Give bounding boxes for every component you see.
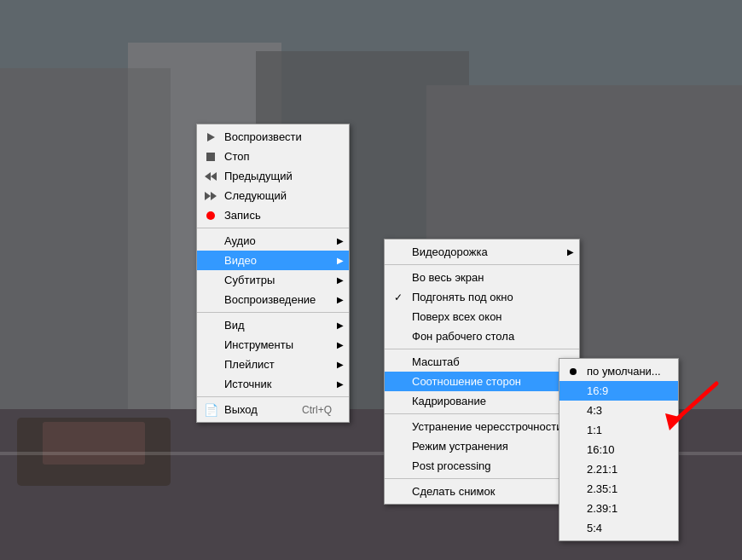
svg-marker-13	[205, 192, 211, 200]
svg-marker-14	[211, 192, 217, 200]
menu-item-aspect-2-21-1-label: 2.21:1	[587, 463, 617, 476]
menu-item-exit[interactable]: 📄 Выход Ctrl+Q	[197, 400, 349, 419]
menu-item-view-label: Вид	[224, 319, 245, 332]
submenu-arrow-source: ▶	[337, 379, 344, 389]
menu-item-prev-label: Предыдущий	[224, 170, 293, 182]
menu-item-aspect-5-4[interactable]: 5:4	[559, 518, 678, 538]
menu-item-aspect-2-39-1-label: 2.39:1	[587, 502, 617, 515]
menu-item-aspect-16-10[interactable]: 16:10	[559, 440, 678, 459]
menu-item-tools[interactable]: Инструменты ▶	[197, 335, 349, 355]
submenu-arrow-playback: ▶	[337, 295, 344, 304]
menu-item-fitwindow[interactable]: ✓ Подгонять под окно	[385, 287, 579, 307]
menu-item-aspect-label: Соотношение сторон	[412, 375, 521, 388]
submenu-arrow-tools: ▶	[337, 340, 344, 349]
menu-item-ontop-label: Поверх всех окон	[412, 310, 502, 323]
menu-item-fullscreen-label: Во весь экран	[412, 271, 484, 284]
context-menu-main: Воспроизвести Стоп Предыдущий Следующий …	[196, 124, 350, 423]
menu-item-aspect[interactable]: Соотношение сторон ▶	[385, 372, 579, 391]
menu-item-deinterlace-label: Устранение чересстрочности	[412, 420, 562, 433]
menu-item-postproc[interactable]: Post processing ▶	[385, 456, 579, 476]
separator-v1	[385, 264, 579, 265]
menu-item-subtitles[interactable]: Субтитры ▶	[197, 270, 349, 290]
menu-item-playlist[interactable]: Плейлист ▶	[197, 355, 349, 374]
checkmark-icon: ✓	[390, 292, 407, 303]
exit-icon: 📄	[202, 403, 219, 417]
menu-item-play-label: Воспроизвести	[224, 130, 302, 143]
menu-item-aspect-5-4-label: 5:4	[587, 522, 602, 534]
separator-v4	[385, 478, 579, 479]
submenu-arrow-subtitles: ▶	[337, 275, 344, 285]
menu-item-snapshot-label: Сделать снимок	[412, 485, 495, 498]
menu-item-aspect-2-39-1[interactable]: 2.39:1	[559, 499, 678, 518]
next-icon	[202, 191, 219, 201]
exit-shortcut: Ctrl+Q	[276, 404, 332, 416]
menu-item-fitwindow-label: Подгонять под окно	[412, 291, 513, 303]
play-icon	[202, 133, 219, 141]
menu-item-aspect-2-35-1[interactable]: 2.35:1	[559, 479, 678, 499]
menu-item-deinterlace-mode[interactable]: Режим устранения ▶	[385, 436, 579, 456]
menu-item-playback[interactable]: Воспроизведение ▶	[197, 290, 349, 309]
menu-item-video[interactable]: Видео ▶	[197, 251, 349, 270]
menu-item-playback-label: Воспроизведение	[224, 293, 316, 306]
stop-icon	[202, 153, 219, 161]
menu-item-deinterlace-mode-label: Режим устранения	[412, 440, 508, 453]
menu-item-next[interactable]: Следующий	[197, 186, 349, 205]
menu-item-stop-label: Стоп	[224, 150, 249, 163]
menu-item-audio[interactable]: Аудио ▶	[197, 231, 349, 251]
menu-item-fullscreen[interactable]: Во весь экран	[385, 268, 579, 287]
menu-item-videotrack-label: Видеодорожка	[412, 245, 488, 258]
svg-marker-12	[211, 172, 217, 181]
menu-item-video-label: Видео	[224, 254, 257, 267]
menu-item-aspect-16-10-label: 16:10	[587, 443, 615, 456]
menu-item-audio-label: Аудио	[224, 234, 256, 247]
separator-v3	[385, 413, 579, 414]
menu-item-view[interactable]: Вид ▶	[197, 315, 349, 335]
svg-marker-11	[205, 172, 211, 181]
submenu-arrow-video: ▶	[337, 256, 344, 265]
menu-item-stop[interactable]: Стоп	[197, 147, 349, 166]
menu-item-snapshot[interactable]: Сделать снимок	[385, 482, 579, 501]
menu-item-aspect-16-9-label: 16:9	[587, 384, 608, 397]
menu-item-deinterlace[interactable]: Устранение чересстрочности ▶	[385, 417, 579, 436]
menu-item-crop-label: Кадрирование	[412, 395, 486, 407]
submenu-arrow-view: ▶	[337, 320, 344, 330]
menu-item-aspect-4-3-label: 4:3	[587, 404, 602, 417]
menu-item-aspect-2-21-1[interactable]: 2.21:1	[559, 459, 678, 479]
submenu-arrow-playlist: ▶	[337, 360, 344, 369]
menu-item-aspect-2-35-1-label: 2.35:1	[587, 482, 617, 495]
separator-1	[197, 228, 349, 228]
menu-item-source[interactable]: Источник ▶	[197, 374, 349, 394]
submenu-arrow-videotrack: ▶	[567, 247, 574, 257]
separator-3	[197, 396, 349, 397]
menu-item-aspect-default-label: по умолчани...	[587, 365, 661, 378]
context-menu-video: Видеодорожка ▶ Во весь экран ✓ Подгонять…	[384, 239, 580, 505]
menu-item-aspect-1-1-label: 1:1	[587, 424, 602, 436]
separator-2	[197, 312, 349, 313]
menu-item-scale[interactable]: Масштаб ▶	[385, 352, 579, 372]
menu-item-play[interactable]: Воспроизвести	[197, 127, 349, 147]
submenu-arrow: ▶	[337, 236, 344, 245]
menu-item-record-label: Запись	[224, 209, 261, 222]
svg-line-15	[674, 384, 716, 422]
menu-item-subtitles-label: Субтитры	[224, 274, 275, 286]
menu-item-prev[interactable]: Предыдущий	[197, 166, 349, 186]
menu-item-postproc-label: Post processing	[412, 459, 491, 472]
radio-dot-icon	[565, 368, 582, 375]
menu-item-wallpaper-label: Фон рабочего стола	[412, 330, 514, 343]
menu-item-videotrack[interactable]: Видеодорожка ▶	[385, 242, 579, 262]
menu-item-wallpaper[interactable]: Фон рабочего стола	[385, 326, 579, 346]
menu-item-scale-label: Масштаб	[412, 355, 460, 368]
record-icon	[202, 211, 219, 220]
menu-item-source-label: Источник	[224, 378, 272, 390]
menu-item-crop[interactable]: Кадрирование ▶	[385, 391, 579, 411]
menu-item-record[interactable]: Запись	[197, 205, 349, 225]
menu-item-ontop[interactable]: Поверх всех окон	[385, 307, 579, 326]
menu-item-exit-label: Выход	[224, 403, 258, 416]
menu-item-tools-label: Инструменты	[224, 338, 293, 351]
separator-v2	[385, 349, 579, 349]
menu-item-next-label: Следующий	[224, 189, 287, 202]
menu-item-playlist-label: Плейлист	[224, 358, 275, 371]
red-arrow-indicator	[657, 375, 725, 437]
prev-icon	[202, 171, 219, 182]
